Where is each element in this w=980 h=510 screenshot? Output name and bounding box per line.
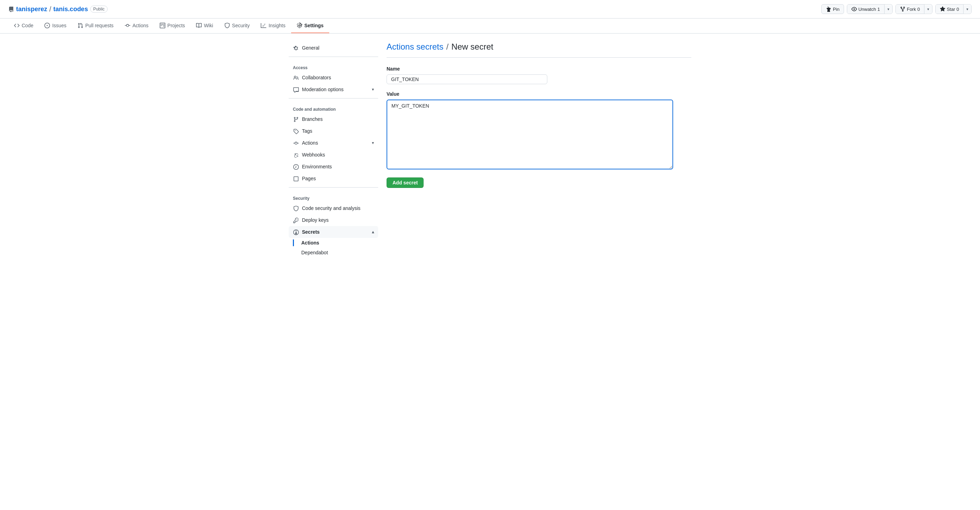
- fork-button-group: Fork 0 ▾: [896, 4, 932, 14]
- key-icon: [293, 217, 299, 223]
- unwatch-chevron[interactable]: ▾: [885, 5, 892, 13]
- sidebar-code-security-label: Code security and analysis: [302, 205, 374, 211]
- name-field-group: Name: [387, 66, 691, 84]
- tab-code[interactable]: Code: [8, 19, 39, 33]
- tab-issues-label: Issues: [52, 23, 66, 28]
- star-chevron[interactable]: ▾: [964, 5, 971, 13]
- star-icon: [940, 6, 945, 12]
- secrets-chevron-icon: ▴: [372, 229, 374, 234]
- sidebar-divider-2: [289, 98, 378, 99]
- unwatch-button[interactable]: Unwatch 1: [847, 5, 885, 14]
- sidebar-item-actions[interactable]: Actions ▾: [289, 137, 378, 149]
- tag-icon: [293, 128, 299, 134]
- gear-icon: [293, 45, 299, 51]
- sidebar-item-webhooks[interactable]: Webhooks: [289, 149, 378, 161]
- tab-insights-label: Insights: [269, 23, 285, 28]
- pin-label: Pin: [833, 6, 840, 12]
- tab-actions[interactable]: Actions: [119, 19, 154, 33]
- page-title: New secret: [451, 42, 493, 52]
- fork-icon: [900, 6, 905, 12]
- tab-security[interactable]: Security: [219, 19, 256, 33]
- projects-icon: [160, 23, 165, 28]
- pin-button[interactable]: Pin: [821, 4, 844, 14]
- sidebar-pages-label: Pages: [302, 176, 374, 181]
- tab-projects-label: Projects: [167, 23, 185, 28]
- value-textarea[interactable]: MY_GIT_TOKEN: [387, 100, 673, 169]
- sidebar-subitem-actions[interactable]: Actions: [289, 238, 378, 248]
- sidebar-divider-3: [289, 187, 378, 187]
- sidebar-general-label: General: [302, 45, 374, 51]
- sidebar-subitem-dependabot[interactable]: Dependabot: [289, 248, 378, 257]
- tab-insights[interactable]: Insights: [255, 19, 291, 33]
- pages-icon: [293, 175, 299, 182]
- star-count: 0: [956, 6, 959, 12]
- repo-separator: /: [49, 5, 51, 13]
- sidebar-subitem-actions-label: Actions: [301, 240, 319, 246]
- environment-icon: [293, 164, 299, 170]
- sidebar-secrets-label: Secrets: [302, 229, 369, 235]
- add-secret-button[interactable]: Add secret: [387, 178, 423, 188]
- name-label: Name: [387, 66, 691, 71]
- repo-title: tanisperez / tanis.codes Public: [8, 5, 821, 13]
- sidebar-item-tags[interactable]: Tags: [289, 125, 378, 137]
- tab-issues[interactable]: Issues: [39, 19, 72, 33]
- sidebar-section-code-automation: Code and automation: [289, 101, 378, 113]
- nav-tabs: Code Issues Pull requests Actions Projec…: [0, 19, 980, 33]
- sidebar-item-code-security[interactable]: Code security and analysis: [289, 202, 378, 214]
- fork-count: 0: [918, 6, 920, 12]
- insights-icon: [261, 23, 266, 28]
- sidebar-item-general[interactable]: General: [289, 42, 378, 54]
- tab-settings-label: Settings: [304, 23, 324, 28]
- sidebar-item-branches[interactable]: Branches: [289, 113, 378, 125]
- sidebar-deploy-keys-label: Deploy keys: [302, 217, 374, 223]
- sidebar-item-pages[interactable]: Pages: [289, 173, 378, 184]
- actions-chevron-icon: ▾: [372, 140, 374, 145]
- tab-wiki[interactable]: Wiki: [191, 19, 218, 33]
- sidebar-subitem-dependabot-label: Dependabot: [301, 250, 328, 255]
- tab-wiki-label: Wiki: [204, 23, 213, 28]
- tab-actions-label: Actions: [132, 23, 148, 28]
- tab-projects[interactable]: Projects: [154, 19, 191, 33]
- secret-icon: [293, 229, 299, 235]
- sidebar-secrets-subitems: Actions Dependabot: [289, 238, 378, 257]
- actions-sidebar-icon: [293, 140, 299, 146]
- fork-button[interactable]: Fork 0: [896, 5, 924, 14]
- value-label: Value: [387, 91, 691, 97]
- issues-icon: [45, 23, 50, 28]
- eye-icon: [851, 6, 857, 12]
- repo-name-link[interactable]: tanis.codes: [54, 6, 88, 13]
- sidebar-item-deploy-keys[interactable]: Deploy keys: [289, 214, 378, 226]
- shield-sidebar-icon: [293, 205, 299, 211]
- pr-icon: [78, 23, 83, 28]
- sidebar-item-secrets[interactable]: Secrets ▴: [289, 226, 378, 238]
- star-button[interactable]: Star 0: [935, 5, 964, 14]
- sidebar-item-environments[interactable]: Environments: [289, 161, 378, 173]
- sidebar-collaborators-label: Collaborators: [302, 75, 374, 80]
- repo-owner-link[interactable]: tanisperez: [16, 6, 47, 13]
- fork-chevron[interactable]: ▾: [924, 5, 932, 13]
- tab-pr-label: Pull requests: [85, 23, 114, 28]
- repo-icon: [8, 6, 14, 13]
- sidebar-item-moderation[interactable]: Moderation options ▾: [289, 84, 378, 95]
- content-area: Actions secrets / New secret Name Value …: [387, 42, 691, 257]
- moderation-chevron-icon: ▾: [372, 87, 374, 92]
- sidebar-section-security: Security: [289, 191, 378, 202]
- tab-code-label: Code: [22, 23, 33, 28]
- tab-settings[interactable]: Settings: [291, 19, 329, 33]
- top-header: tanisperez / tanis.codes Public Pin Unwa…: [0, 0, 980, 19]
- pin-icon: [826, 6, 832, 12]
- security-nav-icon: [224, 23, 230, 28]
- wiki-icon: [196, 23, 202, 28]
- page-heading: Actions secrets / New secret: [387, 42, 691, 52]
- people-icon: [293, 75, 299, 81]
- sidebar-branches-label: Branches: [302, 116, 374, 122]
- sidebar-item-collaborators[interactable]: Collaborators: [289, 71, 378, 84]
- sidebar-section-access: Access: [289, 60, 378, 71]
- tab-security-label: Security: [232, 23, 250, 28]
- sidebar: General Access Collaborators Moderation …: [289, 42, 387, 257]
- name-input[interactable]: [387, 75, 547, 84]
- breadcrumb-link[interactable]: Actions secrets: [387, 42, 444, 52]
- unwatch-button-group: Unwatch 1 ▾: [847, 4, 892, 14]
- tab-pull-requests[interactable]: Pull requests: [72, 19, 119, 33]
- breadcrumb-separator: /: [446, 42, 449, 52]
